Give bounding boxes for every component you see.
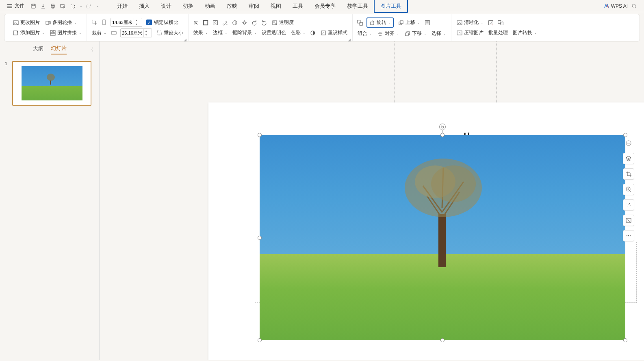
tab-slideshow[interactable]: 放映 bbox=[221, 0, 243, 12]
image-join-button[interactable]: 图片拼接⌄ bbox=[49, 28, 82, 37]
rotate-ccw-icon[interactable] bbox=[261, 20, 267, 26]
sharpen-button[interactable]: 清晰化⌄ bbox=[455, 18, 484, 27]
search-icon[interactable] bbox=[631, 3, 637, 9]
layers-button[interactable] bbox=[623, 153, 634, 164]
effect-button[interactable]: 效果⌄ bbox=[193, 28, 209, 37]
color-button[interactable]: 色彩⌄ bbox=[290, 28, 306, 37]
bring-up-button[interactable]: 上移⌄ bbox=[397, 18, 421, 27]
select-button[interactable]: 选择⌄ bbox=[431, 29, 447, 38]
color-icon[interactable] bbox=[232, 20, 238, 26]
thumbnail-list: 1 bbox=[0, 58, 99, 113]
resize-handle-br[interactable] bbox=[623, 338, 627, 342]
brightness-icon[interactable] bbox=[241, 20, 248, 26]
contrast-icon[interactable] bbox=[310, 30, 316, 36]
add-image-button[interactable]: 添加图片⌄ bbox=[12, 28, 46, 37]
resize-handle-tr[interactable] bbox=[623, 133, 627, 137]
tab-start[interactable]: 开始 bbox=[111, 0, 133, 12]
thumbnail-item[interactable]: 1 bbox=[5, 61, 94, 106]
print-icon[interactable] bbox=[50, 3, 56, 9]
svg-rect-13 bbox=[50, 30, 52, 33]
crop-button[interactable]: 裁剪⌄ bbox=[91, 29, 107, 37]
remove-bg-button[interactable]: 抠除背景⌄ bbox=[232, 28, 258, 37]
lock-ratio-checkbox[interactable]: ✓锁定纵横比 bbox=[145, 18, 179, 27]
set-trans-color-button[interactable]: 设置透明色 bbox=[261, 28, 287, 37]
resize-handle-bm[interactable] bbox=[440, 338, 445, 342]
send-down-button[interactable]: 下移⌄ bbox=[403, 29, 427, 38]
crop-tool-button[interactable] bbox=[623, 168, 634, 180]
slide-thumbnail[interactable] bbox=[12, 61, 91, 106]
tab-picture-tools[interactable]: 图片工具 bbox=[374, 0, 408, 13]
canvas[interactable]: 此 ↻ bbox=[100, 41, 644, 360]
tab-teaching[interactable]: 教学工具 bbox=[341, 0, 374, 12]
height-down[interactable]: ▾ bbox=[134, 22, 139, 26]
tree-illustration bbox=[399, 151, 488, 269]
save-icon[interactable] bbox=[30, 3, 37, 9]
tab-insert[interactable]: 插入 bbox=[133, 0, 155, 12]
undo-dropdown[interactable]: ⌄ bbox=[80, 4, 82, 8]
preview-icon[interactable] bbox=[59, 3, 66, 9]
transparency-button[interactable]: 透明度 bbox=[271, 18, 295, 27]
batch-icon-top[interactable] bbox=[488, 20, 494, 26]
compress-button[interactable]: 压缩图片 bbox=[455, 28, 484, 37]
tab-design[interactable]: 设计 bbox=[155, 0, 177, 12]
multi-outline-button[interactable]: 多图轮播⌄ bbox=[44, 18, 78, 27]
svg-rect-10 bbox=[46, 21, 49, 24]
more-tools-button[interactable] bbox=[623, 230, 634, 241]
resize-handle-tm[interactable] bbox=[440, 133, 445, 137]
tab-review[interactable]: 审阅 bbox=[243, 0, 265, 12]
svg-rect-11 bbox=[49, 22, 50, 24]
export-icon[interactable] bbox=[40, 3, 46, 9]
selected-image[interactable]: ↻ bbox=[260, 135, 625, 340]
change-image-button[interactable]: 更改图片 bbox=[12, 18, 41, 27]
group-arrange: 旋转⌄ 上移⌄ 组合⌄ 对齐⌄ 下移⌄ 选择⌄ bbox=[353, 14, 451, 41]
wps-ai-button[interactable]: WPS AI bbox=[604, 3, 628, 9]
qat-more[interactable]: ⌄ bbox=[96, 4, 99, 8]
tab-view[interactable]: 视图 bbox=[265, 0, 287, 12]
convert-button[interactable]: 图片转换⌄ bbox=[512, 28, 538, 37]
image-info-button[interactable] bbox=[623, 215, 634, 226]
border-button[interactable]: 边框⌄ bbox=[212, 28, 228, 37]
resize-handle-bl[interactable] bbox=[258, 338, 262, 342]
tree-icon bbox=[46, 72, 56, 85]
tab-transition[interactable]: 切换 bbox=[177, 0, 199, 12]
tab-tools[interactable]: 工具 bbox=[287, 0, 309, 12]
file-menu[interactable]: 文件 bbox=[3, 1, 28, 11]
height-up[interactable]: ▴ bbox=[134, 18, 139, 22]
rotate-button[interactable]: 旋转⌄ bbox=[366, 17, 394, 28]
group-size: ▴▾ ✓锁定纵横比 裁剪⌄ ▴▾ 重设大小 ◢ bbox=[87, 14, 189, 41]
tab-animation[interactable]: 动画 bbox=[199, 0, 221, 12]
height-input[interactable]: ▴▾ bbox=[111, 18, 142, 27]
width-input[interactable]: ▴▾ bbox=[120, 28, 152, 37]
transparent-color-icon[interactable] bbox=[222, 20, 228, 26]
convert-icon-top[interactable] bbox=[497, 20, 504, 26]
reset-style-button[interactable]: 重设样式 bbox=[319, 28, 348, 37]
bring-forward-icon bbox=[398, 20, 404, 26]
zoom-out-button[interactable] bbox=[623, 137, 634, 149]
resize-handle-tl[interactable] bbox=[258, 133, 262, 137]
batch-button[interactable]: 批量处理 bbox=[488, 28, 509, 37]
group-icon[interactable] bbox=[357, 20, 363, 26]
redo-icon[interactable] bbox=[86, 3, 92, 9]
magic-button[interactable] bbox=[623, 199, 634, 211]
effect-icon[interactable] bbox=[193, 20, 199, 26]
width-up[interactable]: ▴ bbox=[144, 29, 149, 33]
align-button[interactable]: 对齐⌄ bbox=[376, 29, 400, 38]
resize-handle-ml[interactable] bbox=[258, 236, 262, 240]
rotate-cw-icon[interactable] bbox=[251, 20, 258, 26]
nav-tab-slides[interactable]: 幻灯片 bbox=[51, 45, 67, 54]
width-down[interactable]: ▾ bbox=[144, 33, 149, 37]
select-pane-icon[interactable] bbox=[424, 20, 431, 26]
nav-collapse-icon[interactable]: 〈 bbox=[89, 46, 93, 53]
svg-rect-5 bbox=[61, 4, 64, 7]
undo-icon[interactable] bbox=[69, 3, 76, 9]
remove-bg-icon[interactable] bbox=[212, 20, 219, 26]
width-icon bbox=[111, 30, 117, 36]
rotate-handle[interactable]: ↻ bbox=[439, 124, 446, 130]
border-icon[interactable] bbox=[202, 20, 209, 26]
tab-member[interactable]: 会员专享 bbox=[309, 0, 341, 12]
zoom-in-button[interactable] bbox=[623, 184, 634, 195]
group-button[interactable]: 组合⌄ bbox=[357, 29, 373, 38]
crop-icon[interactable] bbox=[91, 19, 98, 26]
reset-size-button[interactable]: 重设大小 bbox=[155, 29, 184, 37]
nav-tab-outline[interactable]: 大纲 bbox=[33, 45, 43, 54]
